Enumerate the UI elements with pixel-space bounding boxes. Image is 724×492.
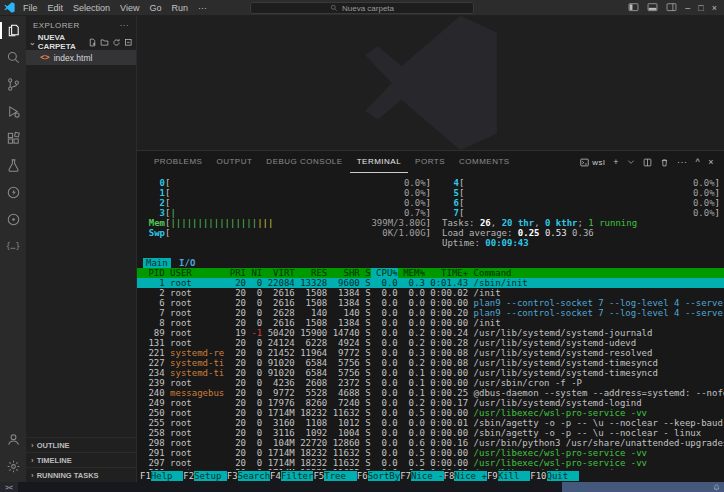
toggle-sidebar-icon[interactable] <box>628 2 639 13</box>
menu-item-go[interactable]: Go <box>144 0 166 16</box>
bell-icon[interactable] <box>713 484 720 491</box>
process-row[interactable]: 249 root 20 0 17976 8260 7240 S 0.0 0.2 … <box>137 398 724 408</box>
panel-more-actions-icon[interactable]: ··· <box>677 157 688 167</box>
fkey-kill[interactable]: Kill <box>498 471 531 481</box>
toggle-secondary-sidebar-icon[interactable] <box>666 2 677 13</box>
terminal-shell-badge[interactable]: wsl <box>580 158 605 167</box>
fkey-filter[interactable]: Filter <box>281 471 314 481</box>
column-header-shr[interactable]: SHR <box>327 268 360 278</box>
fkey-quit[interactable]: Quit <box>547 471 580 481</box>
section-timeline[interactable]: ›TIMELINE <box>26 452 136 467</box>
menu-item-[interactable]: ··· <box>193 0 212 16</box>
process-row[interactable]: 89 root 19 -1 50420 15900 14740 S 0.0 0.… <box>137 328 724 338</box>
explorer-icon[interactable] <box>0 17 26 44</box>
new-folder-icon[interactable] <box>100 38 109 47</box>
column-header-s[interactable]: S <box>360 268 371 278</box>
search-text: Nueva carpeta <box>342 4 394 13</box>
refresh-icon[interactable] <box>112 38 121 47</box>
meter-label: 3 <box>148 208 165 218</box>
column-header-ni[interactable]: NI <box>246 268 262 278</box>
extensions-icon[interactable] <box>0 125 26 152</box>
column-header-virt[interactable]: VIRT <box>262 268 295 278</box>
process-row[interactable]: 234 systemd-ti 20 0 91020 6584 5756 S 0.… <box>137 368 724 378</box>
process-row[interactable]: 2 root 20 0 2616 1508 1384 S 0.0 0.0 0:0… <box>137 288 724 298</box>
panel-tab-terminal[interactable]: TERMINAL <box>350 151 408 173</box>
column-header-command[interactable]: Command <box>468 268 511 278</box>
fkey-nice[interactable]: Nice + <box>454 471 487 481</box>
column-header-cpu[interactable]: CPU% <box>371 268 398 278</box>
run-and-debug-icon[interactable] <box>0 98 26 125</box>
minimize-button[interactable]: – <box>685 0 690 16</box>
editor-area[interactable] <box>137 16 724 150</box>
fkey-search[interactable]: Search <box>238 471 271 481</box>
remote-indicator[interactable]: >< <box>0 482 18 492</box>
column-header-pri[interactable]: PRI <box>224 268 246 278</box>
file-item-index-html[interactable]: <> index.html <box>26 50 136 65</box>
fkey-nice[interactable]: Nice - <box>411 471 444 481</box>
command-center-search[interactable]: Nueva carpeta <box>250 2 474 14</box>
trash-icon[interactable] <box>660 158 669 167</box>
panel-tab-ports[interactable]: PORTS <box>408 151 452 173</box>
process-row[interactable]: 240 messagebus 20 0 9772 5528 4688 S 0.0… <box>137 388 724 398</box>
column-header-pid[interactable]: PID <box>143 268 165 278</box>
process-row[interactable]: 6 root 20 0 2616 1508 1384 S 0.0 0.0 0:0… <box>137 298 724 308</box>
workspace-section-header[interactable]: ⌄ NUEVA CARPETA <box>26 34 136 50</box>
collapse-all-icon[interactable] <box>124 38 133 47</box>
process-row[interactable]: 239 root 20 0 4236 2608 2372 S 0.0 0.1 0… <box>137 378 724 388</box>
status-bar-right-segment[interactable] <box>562 482 724 492</box>
terminal-dropdown-icon[interactable] <box>627 158 635 166</box>
column-header-time[interactable]: TIME+ <box>425 268 468 278</box>
process-row[interactable]: 258 root 20 0 3116 1092 1004 S 0.0 0.0 0… <box>137 428 724 438</box>
process-row[interactable]: 291 root 20 0 1714M 18232 11632 S 0.0 0.… <box>137 448 724 458</box>
process-row[interactable]: 131 root 20 0 24124 6228 4924 S 0.0 0.2 … <box>137 338 724 348</box>
process-row[interactable]: 297 root 20 0 1714M 18232 11632 S 0.0 0.… <box>137 458 724 468</box>
process-row[interactable]: 250 root 20 0 1714M 18232 11632 S 0.0 0.… <box>137 408 724 418</box>
fkey-sortby[interactable]: SortBy <box>368 471 401 481</box>
settings-gear-icon[interactable] <box>0 453 26 480</box>
panel-tab-comments[interactable]: COMMENTS <box>452 151 517 173</box>
process-row[interactable]: 255 root 20 0 3160 1108 1012 S 0.0 0.0 0… <box>137 418 724 428</box>
section-running-tasks[interactable]: ›RUNNING TASKS <box>26 467 136 482</box>
source-control-icon[interactable] <box>0 71 26 98</box>
menu-item-file[interactable]: File <box>18 0 43 16</box>
maximize-button[interactable]: □ <box>698 0 703 16</box>
terminal-htop-output[interactable]: 0[0.0%]4[0.0%]1[0.0%]5[0.0%]2[0.0%]6[0.0… <box>137 173 724 470</box>
maximize-panel-icon[interactable]: ^ <box>696 157 701 167</box>
section-outline[interactable]: ›OUTLINE <box>26 437 136 452</box>
panel-tab-debug-console[interactable]: DEBUG CONSOLE <box>259 151 349 173</box>
process-row[interactable]: 221 systemd-re 20 0 21452 11964 9772 S 0… <box>137 348 724 358</box>
panel-tab-problems[interactable]: PROBLEMS <box>147 151 209 173</box>
toggle-panel-icon[interactable] <box>647 2 658 13</box>
testing-beaker-icon[interactable] <box>0 152 26 179</box>
menu-item-edit[interactable]: Edit <box>43 0 69 16</box>
menu-item-run[interactable]: Run <box>166 0 193 16</box>
process-row[interactable]: 298 root 20 0 104M 22720 12860 S 0.0 0.6… <box>137 438 724 448</box>
account-icon[interactable] <box>0 426 26 453</box>
process-row[interactable]: 8 root 20 0 2616 1508 1384 S 0.0 0.0 0:0… <box>137 318 724 328</box>
panel-tabs: PROBLEMSOUTPUTDEBUG CONSOLETERMINALPORTS… <box>147 151 517 173</box>
lightning-icon[interactable] <box>0 179 26 206</box>
new-terminal-icon[interactable]: + <box>613 157 619 167</box>
column-header-res[interactable]: RES <box>295 268 328 278</box>
process-row[interactable]: 7 root 20 0 2628 140 140 S 0.0 0.0 0:00.… <box>137 308 724 318</box>
split-terminal-icon[interactable] <box>643 158 652 167</box>
htop-tab-io[interactable]: I/O <box>176 258 198 268</box>
htop-tab-main[interactable]: Main <box>143 258 171 268</box>
menu-item-selection[interactable]: Selection <box>68 0 115 16</box>
process-row[interactable]: 1 root 20 0 22084 13328 9600 S 0.0 0.3 0… <box>137 278 724 288</box>
column-header-user[interactable]: USER <box>165 268 225 278</box>
column-header-mem[interactable]: MEM% <box>398 268 425 278</box>
snippets-braces-icon[interactable]: {…} <box>0 233 26 260</box>
close-panel-icon[interactable]: × <box>708 157 714 167</box>
close-button[interactable]: × <box>712 0 717 16</box>
fkey-help[interactable]: Help <box>151 471 184 481</box>
target-icon[interactable] <box>0 206 26 233</box>
explorer-more-actions-icon[interactable]: ··· <box>120 21 129 30</box>
search-icon[interactable] <box>0 44 26 71</box>
new-file-icon[interactable] <box>88 38 97 47</box>
menu-item-view[interactable]: View <box>115 0 144 16</box>
panel-tab-output[interactable]: OUTPUT <box>209 151 259 173</box>
process-row[interactable]: 227 systemd-ti 20 0 91020 6584 5756 S 0.… <box>137 358 724 368</box>
fkey-setup[interactable]: Setup <box>194 471 227 481</box>
fkey-tree[interactable]: Tree <box>324 471 357 481</box>
